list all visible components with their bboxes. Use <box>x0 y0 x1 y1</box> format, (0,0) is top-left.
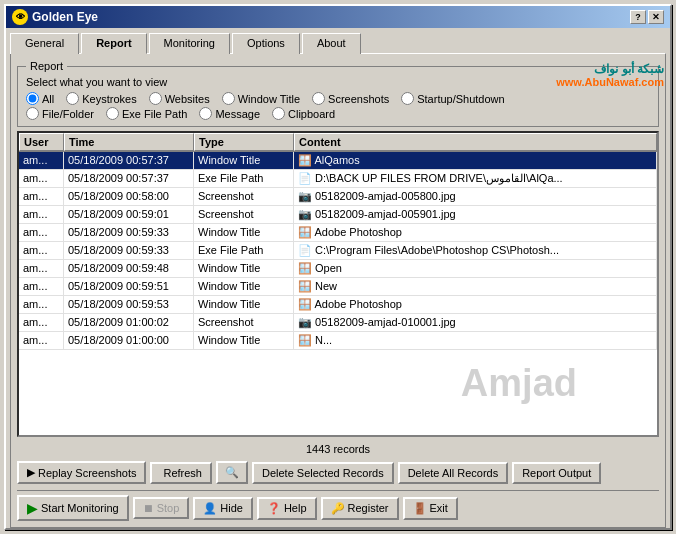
exit-icon: 🚪 <box>413 502 427 515</box>
search-button[interactable]: 🔍 <box>216 461 248 484</box>
tab-report[interactable]: Report <box>81 33 146 54</box>
table-row[interactable]: am... 05/18/2009 00:57:37 Exe File Path … <box>19 170 657 188</box>
cell-type: Exe File Path <box>194 242 294 259</box>
report-group-legend: Report <box>26 60 67 72</box>
hide-button[interactable]: 👤 Hide <box>193 497 253 520</box>
report-output-button[interactable]: Report Output <box>512 462 601 484</box>
radio-windowtitle[interactable]: Window Title <box>222 92 300 105</box>
cell-time: 05/18/2009 00:59:51 <box>64 278 194 295</box>
table-row[interactable]: am... 05/18/2009 00:57:37 Window Title 🪟… <box>19 152 657 170</box>
cell-type: Window Title <box>194 152 294 169</box>
cell-user: am... <box>19 278 64 295</box>
window-title: Golden Eye <box>32 10 98 24</box>
watermark-line1: شبكة أبو نواف <box>556 62 664 76</box>
table-row[interactable]: am... 05/18/2009 01:00:02 Screenshot 📷 0… <box>19 314 657 332</box>
table-header: User Time Type Content <box>19 133 657 152</box>
cell-content: 🪟 New <box>294 278 657 295</box>
replay-icon: ▶ <box>27 466 35 479</box>
radio-rows: All Keystrokes Websites Window Title Scr… <box>26 92 650 120</box>
radio-filefolder[interactable]: File/Folder <box>26 107 94 120</box>
cell-user: am... <box>19 314 64 331</box>
tab-about[interactable]: About <box>302 33 361 54</box>
radio-row-2: File/Folder Exe File Path Message Clipbo… <box>26 107 650 120</box>
exit-button[interactable]: 🚪 Exit <box>403 497 458 520</box>
table-row[interactable]: am... 05/18/2009 01:00:00 Window Title 🪟… <box>19 332 657 350</box>
cell-user: am... <box>19 188 64 205</box>
cell-type: Exe File Path <box>194 170 294 187</box>
help-button-main[interactable]: ❓ Help <box>257 497 317 520</box>
cell-time: 05/18/2009 00:59:33 <box>64 242 194 259</box>
radio-exepath[interactable]: Exe File Path <box>106 107 187 120</box>
table-row[interactable]: am... 05/18/2009 00:58:00 Screenshot 📷 0… <box>19 188 657 206</box>
row-icon: 📄 <box>298 172 312 184</box>
row-icon: 🪟 <box>298 262 312 274</box>
replay-screenshots-button[interactable]: ▶ Replay Screenshots <box>17 461 146 484</box>
data-table: Amjad User Time Type Content am... 05/18… <box>17 131 659 437</box>
help-icon: ❓ <box>267 502 281 515</box>
cell-type: Screenshot <box>194 314 294 331</box>
start-monitoring-button[interactable]: ▶ Start Monitoring <box>17 495 129 521</box>
cell-user: am... <box>19 206 64 223</box>
table-row[interactable]: am... 05/18/2009 00:59:33 Exe File Path … <box>19 242 657 260</box>
radio-websites[interactable]: Websites <box>149 92 210 105</box>
table-row[interactable]: am... 05/18/2009 00:59:01 Screenshot 📷 0… <box>19 206 657 224</box>
cell-content: 🪟 Open <box>294 260 657 277</box>
delete-all-button[interactable]: Delete All Records <box>398 462 509 484</box>
stop-button[interactable]: ⏹ Stop <box>133 497 190 519</box>
table-row[interactable]: am... 05/18/2009 00:59:53 Window Title 🪟… <box>19 296 657 314</box>
records-bar: 1443 records <box>17 441 659 457</box>
tab-general[interactable]: General <box>10 33 79 54</box>
watermark: شبكة أبو نواف www.AbuNawaf.com <box>556 62 664 88</box>
search-icon: 🔍 <box>225 466 239 479</box>
title-controls: ? ✕ <box>630 10 664 24</box>
register-icon: 🔑 <box>331 502 345 515</box>
register-button[interactable]: 🔑 Register <box>321 497 399 520</box>
cell-content: 📄 C:\Program Files\Adobe\Photoshop CS\Ph… <box>294 242 657 259</box>
table-row[interactable]: am... 05/18/2009 00:59:48 Window Title 🪟… <box>19 260 657 278</box>
cell-time: 05/18/2009 00:59:48 <box>64 260 194 277</box>
cell-type: Window Title <box>194 260 294 277</box>
radio-screenshots[interactable]: Screenshots <box>312 92 389 105</box>
cell-content: 🪟 Adobe Photoshop <box>294 224 657 241</box>
refresh-button[interactable]: Refresh <box>150 462 212 484</box>
radio-all[interactable]: All <box>26 92 54 105</box>
hide-icon: 👤 <box>203 502 217 515</box>
cell-time: 05/18/2009 00:57:37 <box>64 152 194 169</box>
tab-options[interactable]: Options <box>232 33 300 54</box>
row-icon: 🪟 <box>298 280 312 292</box>
table-row[interactable]: am... 05/18/2009 00:59:33 Window Title 🪟… <box>19 224 657 242</box>
tab-monitoring[interactable]: Monitoring <box>149 33 230 54</box>
cell-user: am... <box>19 242 64 259</box>
radio-message[interactable]: Message <box>199 107 260 120</box>
row-icon: 📷 <box>298 208 312 220</box>
cell-time: 05/18/2009 00:59:53 <box>64 296 194 313</box>
table-row[interactable]: am... 05/18/2009 00:59:51 Window Title 🪟… <box>19 278 657 296</box>
cell-time: 05/18/2009 00:59:33 <box>64 224 194 241</box>
cell-time: 05/18/2009 00:57:37 <box>64 170 194 187</box>
col-type: Type <box>194 133 294 151</box>
close-button[interactable]: ✕ <box>648 10 664 24</box>
action-buttons-row: ▶ Replay Screenshots Refresh 🔍 Delete Se… <box>17 461 659 484</box>
row-icon: 🪟 <box>298 298 312 310</box>
cell-content: 🪟 Adobe Photoshop <box>294 296 657 313</box>
help-button[interactable]: ? <box>630 10 646 24</box>
row-icon: 📄 <box>298 244 312 256</box>
watermark-line2: www.AbuNawaf.com <box>556 76 664 88</box>
main-window: 👁 Golden Eye ? ✕ General Report Monitori… <box>4 4 672 530</box>
cell-content: 📷 05182009-amjad-010001.jpg <box>294 314 657 331</box>
delete-selected-button[interactable]: Delete Selected Records <box>252 462 394 484</box>
cell-user: am... <box>19 296 64 313</box>
cell-type: Window Title <box>194 278 294 295</box>
radio-startup[interactable]: Startup/Shutdown <box>401 92 504 105</box>
table-body[interactable]: am... 05/18/2009 00:57:37 Window Title 🪟… <box>19 152 657 435</box>
col-content: Content <box>294 133 657 151</box>
cell-content: 🪟 AlQamos <box>294 152 657 169</box>
radio-keystrokes[interactable]: Keystrokes <box>66 92 136 105</box>
row-icon: 🪟 <box>298 334 312 346</box>
app-icon: 👁 <box>12 9 28 25</box>
cell-time: 05/18/2009 01:00:02 <box>64 314 194 331</box>
col-user: User <box>19 133 64 151</box>
radio-clipboard[interactable]: Clipboard <box>272 107 335 120</box>
cell-user: am... <box>19 170 64 187</box>
col-time: Time <box>64 133 194 151</box>
